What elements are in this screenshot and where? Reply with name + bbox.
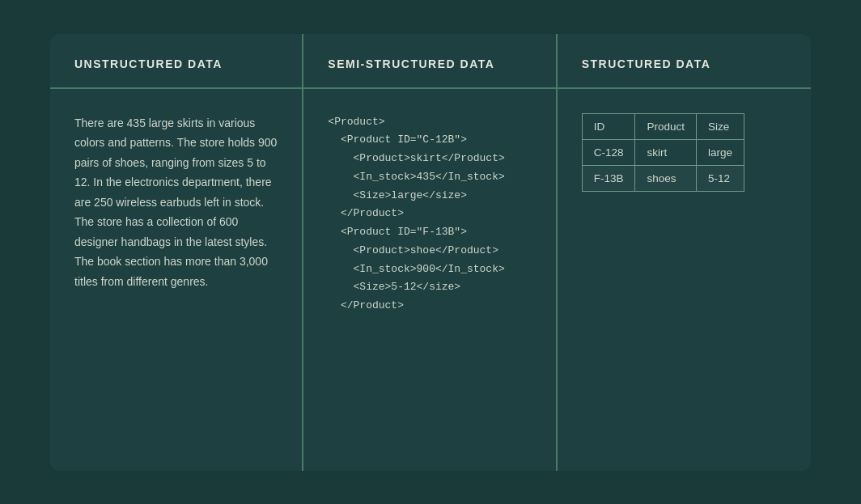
semi-structured-code: <Product> <Product ID="C-12B"> <Product>…: [328, 113, 532, 316]
table-cell: 5-12: [696, 165, 744, 191]
main-container: UNSTRUCTURED DATA SEMI-STRUCTURED DATA S…: [50, 34, 811, 471]
table-cell: C-128: [582, 139, 635, 165]
col-unstructured-header: UNSTRUCTURED DATA: [50, 57, 303, 71]
col-structured-header: STRUCTURED DATA: [558, 57, 811, 71]
table-row: C-128skirtlarge: [582, 139, 744, 165]
unstructured-text-body: There are 435 large skirts in various co…: [74, 113, 279, 292]
unstructured-content: There are 435 large skirts in various co…: [50, 113, 303, 471]
structured-table: IDProductSizeC-128skirtlargeF-13Bshoes5-…: [582, 113, 744, 192]
table-header-cell: Size: [696, 113, 744, 139]
semi-structured-header-label: SEMI-STRUCTURED DATA: [328, 57, 494, 70]
table-cell: skirt: [635, 139, 697, 165]
table-cell: shoes: [635, 165, 697, 191]
unstructured-header-label: UNSTRUCTURED DATA: [74, 57, 223, 70]
table-row: F-13Bshoes5-12: [582, 165, 744, 191]
structured-header-label: STRUCTURED DATA: [582, 57, 711, 70]
table-cell: F-13B: [582, 165, 635, 191]
table-header-cell: Product: [635, 113, 697, 139]
table-header-cell: ID: [582, 113, 635, 139]
table-cell: large: [696, 139, 744, 165]
structured-content: IDProductSizeC-128skirtlargeF-13Bshoes5-…: [558, 113, 811, 471]
content-row: There are 435 large skirts in various co…: [50, 89, 811, 471]
col-semi-structured-header: SEMI-STRUCTURED DATA: [303, 57, 557, 71]
header-row: UNSTRUCTURED DATA SEMI-STRUCTURED DATA S…: [50, 34, 811, 89]
semi-structured-content: <Product> <Product ID="C-12B"> <Product>…: [303, 113, 557, 471]
